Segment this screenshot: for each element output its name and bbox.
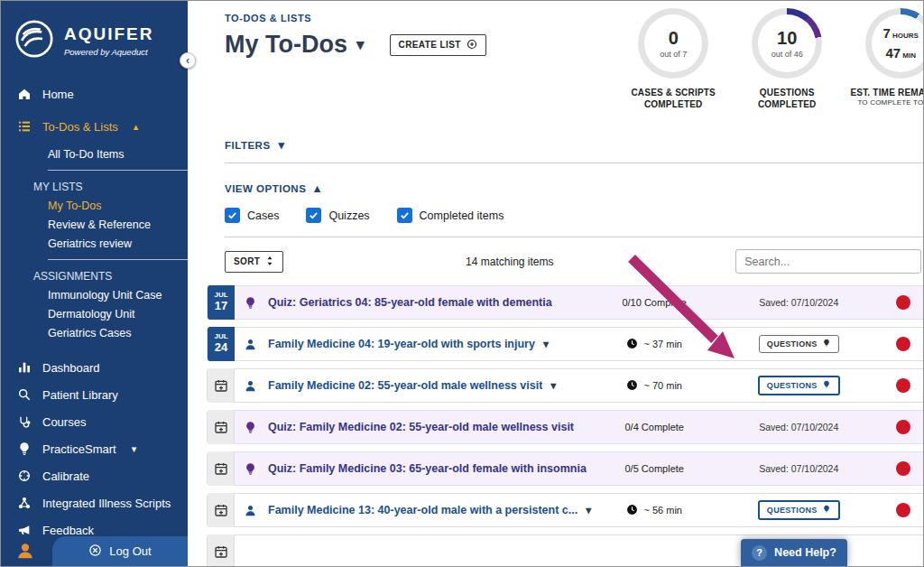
sidebar-nav: Home To-Dos & Lists ▴ All To-Do Items MY… — [1, 77, 188, 544]
sidebar-item-immunology-unit-case[interactable]: Immunology Unit Case — [1, 285, 188, 304]
add-due-date-button[interactable] — [208, 368, 235, 403]
sidebar-item-label: Dermatology Unit — [48, 308, 135, 321]
close-circle-icon — [88, 544, 102, 560]
matching-items-count: 14 matching items — [283, 256, 735, 268]
sidebar-item-my-todos[interactable]: My To-Dos — [1, 196, 188, 215]
status-dot — [896, 378, 910, 393]
todo-row: Quiz: Family Medicine 03: 65-year-old fe… — [207, 451, 924, 486]
checkbox-checked[interactable] — [306, 208, 321, 223]
sidebar: AQUIFER Powered by Aqueduct Home To-Dos … — [1, 1, 188, 566]
chevron-down-icon: ▾ — [279, 138, 285, 152]
todo-title-link[interactable]: Family Medicine 02: 55-year-old male wel… — [268, 379, 542, 392]
estimated-time: ~ 56 min — [643, 505, 682, 516]
sidebar-section-assignments: ASSIGNMENTS — [1, 267, 188, 285]
todo-title-link[interactable]: Quiz: Family Medicine 02: 55-year-old ma… — [268, 421, 574, 433]
checkbox-cases: Cases — [225, 208, 279, 223]
checkbox-completed-items: Completed items — [397, 208, 504, 223]
sidebar-item-label: To-Dos & Lists — [42, 120, 118, 134]
questions-button[interactable]: QUESTIONS — [759, 335, 839, 353]
stat-label-line: COMPLETED — [736, 98, 837, 110]
sidebar-item-geriatrics-review[interactable]: Geriatrics review — [1, 234, 188, 253]
search-input[interactable] — [735, 249, 921, 274]
chevron-up-icon[interactable]: ▴ — [134, 121, 139, 133]
checkbox-label: Quizzes — [328, 209, 369, 222]
list-icon — [17, 119, 32, 134]
add-due-date-button[interactable] — [208, 451, 235, 486]
sidebar-item-courses[interactable]: Courses — [1, 408, 188, 435]
completion-status: 0/10 Complete — [622, 297, 687, 308]
sidebar-item-patient-library[interactable]: Patient Library — [1, 381, 188, 408]
saved-date: Saved: 07/10/2024 — [759, 297, 838, 308]
checkbox-checked[interactable] — [397, 208, 412, 223]
list-toolbar: SORT 14 matching items — [225, 249, 924, 274]
stat-label: EST. TIME REMAINING TO COMPLETE TO-DO'S — [850, 87, 924, 107]
divider — [48, 170, 188, 171]
estimated-time: ~ 37 min — [643, 339, 682, 349]
sidebar-item-all-todo-items[interactable]: All To-Do Items — [1, 144, 188, 163]
checkbox-label: Cases — [247, 209, 279, 222]
create-list-button[interactable]: CREATE LIST — [390, 34, 486, 56]
sidebar-item-label: Home — [42, 88, 74, 101]
sidebar-item-integrated-illness-scripts[interactable]: Integrated Illness Scripts — [1, 489, 188, 516]
questions-label: QUESTIONS — [767, 339, 818, 349]
checkbox-checked[interactable] — [225, 208, 240, 223]
chevron-down-icon[interactable]: ▾ — [356, 35, 365, 54]
status-dot — [896, 461, 910, 476]
todo-title-link[interactable]: Family Medicine 13: 40-year-old male wit… — [268, 504, 578, 516]
user-avatar[interactable] — [15, 541, 35, 564]
sort-label: SORT — [234, 256, 260, 266]
add-due-date-button[interactable] — [208, 410, 235, 444]
stat-cases-scripts: 0 out of 7 CASES & SCRIPTS COMPLETED — [623, 8, 724, 110]
create-list-label: CREATE LIST — [399, 40, 461, 50]
quiz-lightbulb-icon — [244, 296, 262, 310]
stat-label-line: COMPLETED — [623, 98, 724, 110]
target-icon — [17, 469, 32, 483]
checkbox-quizzes: Quizzes — [306, 208, 369, 223]
todo-title-link[interactable]: Family Medicine 04: 19-year-old with spo… — [268, 338, 535, 350]
sidebar-item-label: Geriatrics Cases — [48, 327, 131, 339]
sidebar-item-dermatology-unit[interactable]: Dermatology Unit — [1, 304, 188, 323]
todo-title-link[interactable]: Quiz: Geriatrics 04: 85-year-old female … — [268, 296, 552, 309]
saved-date: Saved: 07/10/2024 — [759, 422, 838, 432]
stat-label: QUESTIONS COMPLETED — [736, 87, 837, 110]
todo-list: JUL 17 Quiz: Geriatrics 04: 85-year-old … — [207, 285, 924, 567]
network-icon — [17, 496, 32, 510]
add-due-date-button[interactable] — [208, 493, 235, 527]
sidebar-item-home[interactable]: Home — [1, 80, 188, 107]
sidebar-item-label: Review & Reference — [48, 218, 151, 231]
questions-button[interactable]: QUESTIONS — [758, 376, 840, 395]
need-help-label: Need Help? — [774, 546, 836, 559]
view-options-toggle[interactable]: VIEW OPTIONS ▴ — [225, 181, 924, 195]
chevron-down-icon[interactable]: ▾ — [132, 443, 137, 455]
case-person-icon — [244, 379, 262, 393]
sidebar-item-geriatrics-cases[interactable]: Geriatrics Cases — [1, 323, 188, 342]
sidebar-item-calibrate[interactable]: Calibrate — [1, 462, 188, 489]
filters-toggle[interactable]: FILTERS ▾ — [188, 136, 924, 163]
sidebar-item-todos-lists[interactable]: To-Dos & Lists ▴ — [1, 113, 188, 140]
sort-button[interactable]: SORT — [225, 251, 283, 273]
megaphone-icon — [17, 523, 32, 537]
questions-button[interactable]: QUESTIONS — [758, 500, 840, 520]
sidebar-item-dashboard[interactable]: Dashboard — [1, 354, 188, 381]
stat-label-line: QUESTIONS — [736, 87, 837, 98]
logout-button[interactable]: Log Out — [52, 536, 188, 566]
add-due-date-button[interactable] — [208, 534, 235, 567]
question-icon: ? — [752, 545, 767, 561]
need-help-button[interactable]: ? Need Help? — [741, 539, 847, 566]
todo-title-link[interactable]: Quiz: Family Medicine 03: 65-year-old fe… — [268, 462, 587, 475]
sort-arrows-icon — [265, 256, 274, 268]
main-content: TO-DOS & LISTS My To-Dos ▾ CREATE LIST 0… — [188, 1, 924, 566]
due-day: 17 — [215, 299, 227, 313]
sidebar-item-practicesmart[interactable]: PracticeSmart ▾ — [1, 435, 188, 462]
stat-label-line: TO COMPLETE TO-DO'S — [850, 98, 924, 107]
todo-row: Family Medicine 02: 55-year-old male wel… — [207, 368, 924, 403]
sidebar-item-review-reference[interactable]: Review & Reference — [1, 215, 188, 234]
dashboard-icon — [17, 360, 32, 375]
status-dot — [896, 503, 910, 517]
sidebar-collapse-button[interactable]: ‹ — [180, 52, 196, 69]
chevron-down-icon[interactable]: ▾ — [550, 379, 556, 392]
progress-ring: 7 HOURS 47 MIN — [865, 8, 924, 79]
view-options-section: VIEW OPTIONS ▴ Cases Quizzes Completed i… — [188, 163, 924, 237]
clock-icon — [626, 504, 638, 517]
chevron-down-icon[interactable]: ▾ — [543, 338, 549, 350]
